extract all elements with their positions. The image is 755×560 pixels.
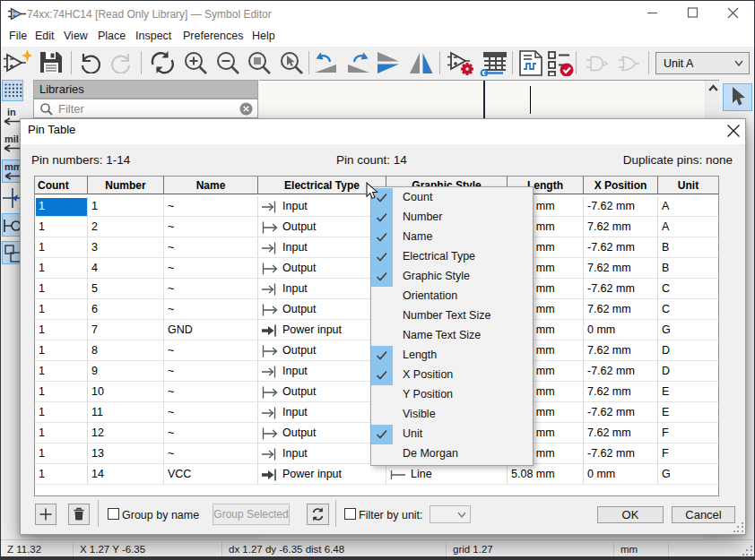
svg-text:in: in [7,107,16,117]
svg-text:mil: mil [4,134,19,144]
